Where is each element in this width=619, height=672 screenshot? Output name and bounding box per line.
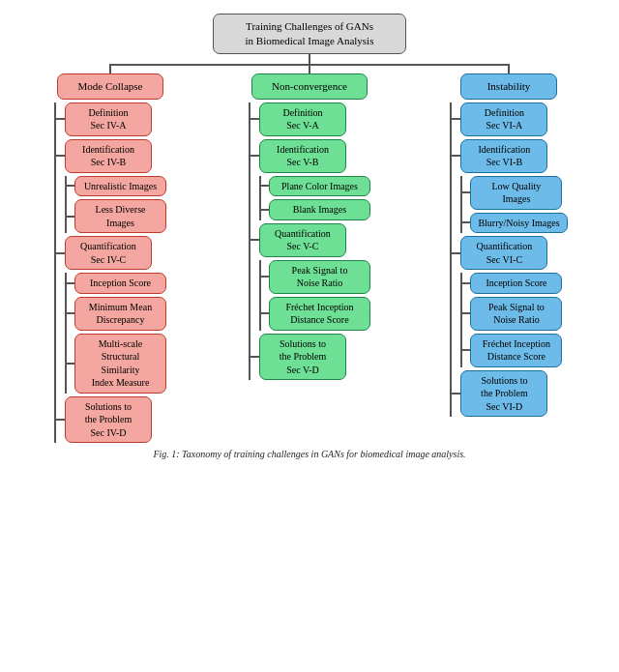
left-sub-group-1: Unrealistic Images Less DiverseImages bbox=[65, 176, 166, 234]
mid-node-3-row: QuantificationSec V-C bbox=[251, 223, 370, 257]
title-line2: in Biomedical Image Analysis bbox=[246, 35, 374, 46]
col-non-convergence: Non-convergence DefinitionSec V-A Identi… bbox=[210, 64, 409, 380]
right-node-2-row: IdentificationSec VI-B bbox=[452, 139, 567, 173]
right-subtree-nodes: DefinitionSec VI-A IdentificationSec VI-… bbox=[452, 102, 567, 418]
mid-node-quant: QuantificationSec V-C bbox=[259, 223, 346, 257]
right-sub-group-2: Inception Score Peak Signal toNoise Rati… bbox=[460, 273, 567, 367]
mid-node-2-row: IdentificationSec V-B bbox=[251, 139, 370, 173]
right-node-1-row: DefinitionSec VI-A bbox=[452, 102, 567, 136]
mid-node-plane: Plane Color Images bbox=[269, 176, 370, 197]
left-node-solutions: Solutions tothe ProblemSec IV-D bbox=[65, 396, 152, 444]
left-subtree: DefinitionSec IV-A IdentificationSec IV-… bbox=[54, 102, 166, 444]
right-node-id: IdentificationSec VI-B bbox=[460, 139, 547, 173]
right-node-3-row: QuantificationSec VI-C bbox=[452, 236, 567, 270]
left-node-4-row: Solutions tothe ProblemSec IV-D bbox=[56, 396, 166, 444]
diagram: Training Challenges of GANs in Biomedica… bbox=[11, 10, 608, 459]
right-node-def: DefinitionSec VI-A bbox=[460, 102, 547, 136]
left-node-unrealistic: Unrealistic Images bbox=[74, 176, 166, 197]
title-line1: Training Challenges of GANs bbox=[246, 20, 373, 32]
left-sub-2b-row: Minimum MeanDiscrepancy bbox=[67, 297, 166, 331]
left-sub-nodes-2: Inception Score Minimum MeanDiscrepancy … bbox=[67, 273, 166, 394]
left-sub-2c-row: Multi-scaleStructuralSimilarityIndex Mea… bbox=[67, 334, 166, 394]
left-subtree-nodes: DefinitionSec IV-A IdentificationSec IV-… bbox=[56, 102, 166, 444]
left-sub-2a-row: Inception Score bbox=[67, 273, 166, 294]
span-h-line bbox=[111, 64, 509, 66]
mid-node-1-row: DefinitionSec V-A bbox=[251, 102, 370, 136]
left-node-mmd: Minimum MeanDiscrepancy bbox=[74, 297, 166, 331]
mid-node-4-row: Solutions tothe ProblemSec V-D bbox=[251, 334, 370, 381]
left-node-1-row: DefinitionSec IV-A bbox=[56, 102, 166, 136]
right-subtree: DefinitionSec VI-A IdentificationSec VI-… bbox=[450, 102, 567, 418]
mid-node-solutions: Solutions tothe ProblemSec V-D bbox=[259, 334, 346, 381]
right-node-quant: QuantificationSec VI-C bbox=[460, 236, 547, 270]
mid-node-def: DefinitionSec V-A bbox=[259, 102, 346, 136]
right-node-4-row: Solutions tothe ProblemSec VI-D bbox=[452, 370, 567, 418]
mid-sub-group-2: Peak Signal toNoise Ratio Fréchet Incept… bbox=[259, 260, 370, 331]
left-node-2: IdentificationSec IV-B bbox=[65, 139, 152, 173]
mid-sub-group-1: Plane Color Images Blank Images bbox=[259, 176, 370, 220]
three-cols: Mode Collapse DefinitionSec IV-A Identif… bbox=[11, 64, 608, 443]
left-node-3-row: QuantificationSec IV-C bbox=[56, 236, 166, 270]
left-node-3: QuantificationSec IV-C bbox=[65, 236, 152, 270]
left-node-1: DefinitionSec IV-A bbox=[65, 102, 152, 136]
branches-container: Mode Collapse DefinitionSec IV-A Identif… bbox=[11, 64, 608, 443]
root-box: Training Challenges of GANs in Biomedica… bbox=[213, 14, 406, 54]
left-sub-nodes-1: Unrealistic Images Less DiverseImages bbox=[67, 176, 166, 234]
col-mode-collapse: Mode Collapse DefinitionSec IV-A Identif… bbox=[11, 64, 210, 443]
left-hline-4 bbox=[56, 419, 65, 421]
header-instability: Instability bbox=[460, 73, 557, 100]
mid-node-id: IdentificationSec V-B bbox=[259, 139, 346, 173]
right-node-is: Inception Score bbox=[470, 273, 562, 294]
left-node-2-row: IdentificationSec IV-B bbox=[56, 139, 166, 173]
mid-node-psnr: Peak Signal toNoise Ratio bbox=[269, 260, 370, 294]
left-node-inception: Inception Score bbox=[74, 273, 166, 294]
mid-subtree-nodes: DefinitionSec V-A IdentificationSec V-B bbox=[251, 102, 370, 381]
figure-caption: Fig. 1: Taxonomy of training challenges … bbox=[153, 449, 465, 459]
right-node-lowq: Low QualityImages bbox=[470, 176, 562, 210]
header-mode-collapse: Mode Collapse bbox=[57, 73, 163, 100]
left-node-ssim: Multi-scaleStructuralSimilarityIndex Mea… bbox=[74, 334, 166, 394]
mid-node-blank: Blank Images bbox=[269, 199, 370, 220]
mid-subtree: DefinitionSec V-A IdentificationSec V-B bbox=[249, 102, 370, 381]
col-instability: Instability DefinitionSec VI-A Identific… bbox=[409, 64, 608, 417]
left-sub-1a-row: Unrealistic Images bbox=[67, 176, 166, 197]
left-hline-1 bbox=[56, 118, 65, 120]
left-sub-group-2: Inception Score Minimum MeanDiscrepancy … bbox=[65, 273, 166, 394]
right-node-psnr: Peak Signal toNoise Ratio bbox=[470, 297, 562, 331]
left-node-diverse: Less DiverseImages bbox=[74, 199, 166, 233]
left-hline-3 bbox=[56, 252, 65, 254]
right-node-blurry: Blurry/Noisy Images bbox=[470, 213, 567, 234]
left-sub-1b-row: Less DiverseImages bbox=[67, 199, 166, 233]
header-non-convergence: Non-convergence bbox=[251, 73, 368, 100]
root-v-connector bbox=[309, 54, 310, 64]
right-sub-group-1: Low QualityImages Blurry/Noisy Images bbox=[460, 176, 567, 234]
mid-node-fid: Fréchet InceptionDistance Score bbox=[269, 297, 370, 331]
right-node-fid: Fréchet InceptionDistance Score bbox=[470, 334, 562, 367]
left-hline-2 bbox=[56, 155, 65, 157]
right-node-solutions: Solutions tothe ProblemSec VI-D bbox=[460, 370, 547, 418]
